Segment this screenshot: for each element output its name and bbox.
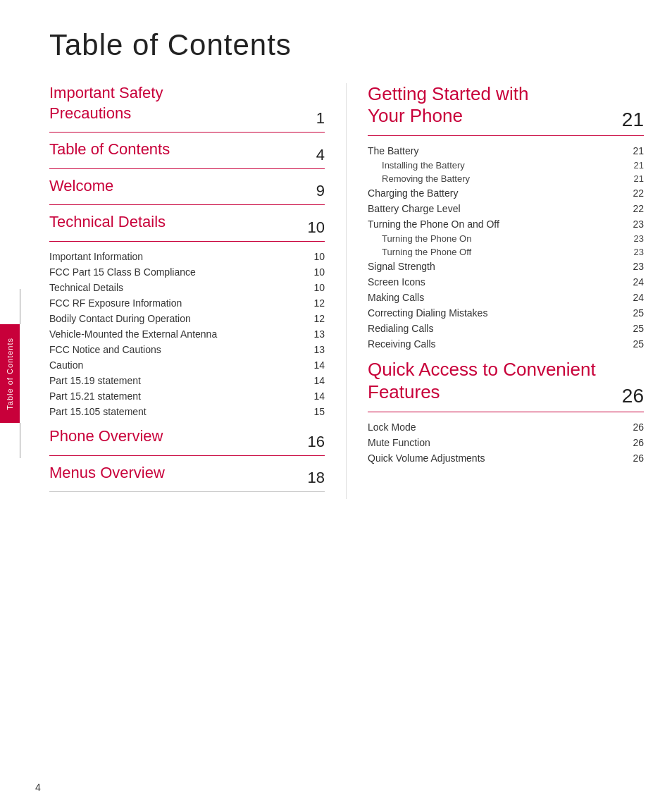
list-item: FCC Part 15 Class B Compliance 10 <box>49 264 325 280</box>
list-item: Lock Mode 26 <box>368 419 644 435</box>
section-title-quick-access: Quick Access to ConvenientFeatures <box>368 359 596 402</box>
section-technical-details: Technical Details 10 Important Informati… <box>49 212 325 419</box>
sidebar-line-bottom <box>20 423 20 458</box>
page-title: Table of Contents <box>49 28 644 62</box>
section-toc: Table of Contents 4 <box>49 140 325 169</box>
section-number-important-safety: 1 <box>316 109 325 128</box>
section-phone-overview: Phone Overview 16 <box>49 426 325 456</box>
section-number-menus-overview: 18 <box>308 469 325 487</box>
section-title-phone-overview: Phone Overview <box>49 426 163 447</box>
section-title-important-safety: Important SafetyPrecautions <box>49 83 163 123</box>
list-item: The Battery 21 <box>368 143 644 159</box>
section-number-toc: 4 <box>316 146 325 164</box>
sidebar-label: Table of Contents <box>6 338 14 410</box>
list-item: Screen Icons 24 <box>368 274 644 290</box>
section-row-getting-started: Getting Started withYour Phone 21 <box>368 83 644 136</box>
page: Table of Contents Table of Contents Impo… <box>0 0 672 807</box>
section-number-welcome: 9 <box>316 182 325 200</box>
list-item: FCC RF Exposure Information 12 <box>49 295 325 311</box>
section-important-safety: Important SafetyPrecautions 1 <box>49 83 325 133</box>
list-item: Turning the Phone Off 23 <box>368 245 644 259</box>
section-title-menus-overview: Menus Overview <box>49 463 165 483</box>
list-item: Redialing Calls 25 <box>368 321 644 336</box>
section-title-getting-started: Getting Started withYour Phone <box>368 83 528 127</box>
list-item: Caution 14 <box>49 357 325 373</box>
section-quick-access: Quick Access to ConvenientFeatures 26 Lo… <box>368 359 644 465</box>
left-column: Important SafetyPrecautions 1 Table of C… <box>49 83 347 499</box>
list-item: Removing the Battery 21 <box>368 172 644 185</box>
list-item: Installing the Battery 21 <box>368 159 644 172</box>
list-item: Correcting Dialing Mistakes 25 <box>368 305 644 321</box>
list-item: Part 15.19 statement 14 <box>49 373 325 388</box>
section-row-menus-overview: Menus Overview 18 <box>49 463 325 493</box>
section-row-quick-access: Quick Access to ConvenientFeatures 26 <box>368 359 644 412</box>
section-title-welcome: Welcome <box>49 176 113 197</box>
section-number-technical-details: 10 <box>308 218 325 237</box>
columns: Important SafetyPrecautions 1 Table of C… <box>49 83 644 499</box>
sidebar-tab: Table of Contents <box>0 324 20 423</box>
list-item: Part 15.21 statement 14 <box>49 388 325 404</box>
list-item: Important Information 10 <box>49 249 325 264</box>
list-item: Receiving Calls 25 <box>368 336 644 352</box>
list-item: Turning the Phone On and Off 23 <box>368 216 644 232</box>
list-item: Mute Function 26 <box>368 435 644 450</box>
section-row-phone-overview: Phone Overview 16 <box>49 426 325 456</box>
section-number-getting-started: 21 <box>622 109 644 131</box>
list-item: Part 15.105 statement 15 <box>49 404 325 419</box>
section-number-phone-overview: 16 <box>308 433 325 451</box>
section-row-welcome: Welcome 9 <box>49 176 325 206</box>
list-item: Signal Strength 23 <box>368 259 644 274</box>
sidebar-line-top <box>20 289 20 324</box>
list-item: Quick Volume Adjustments 26 <box>368 450 644 466</box>
section-getting-started: Getting Started withYour Phone 21 The Ba… <box>368 83 644 352</box>
section-menus-overview: Menus Overview 18 <box>49 463 325 493</box>
content-area: Table of Contents Important SafetyPrecau… <box>35 0 672 527</box>
list-item: Vehicle-Mounted the External Antenna 13 <box>49 326 325 342</box>
list-item: Battery Charge Level 22 <box>368 201 644 216</box>
list-item: Charging the Battery 22 <box>368 185 644 201</box>
section-row-technical-details: Technical Details 10 <box>49 212 325 242</box>
section-number-quick-access: 26 <box>622 385 644 407</box>
list-item: Technical Details 10 <box>49 280 325 295</box>
section-row-toc: Table of Contents 4 <box>49 140 325 169</box>
section-welcome: Welcome 9 <box>49 176 325 206</box>
page-number: 4 <box>35 782 41 793</box>
list-item: Bodily Contact During Operation 12 <box>49 311 325 326</box>
list-item: FCC Notice and Cautions 13 <box>49 342 325 357</box>
section-title-toc: Table of Contents <box>49 140 170 160</box>
section-row-important-safety: Important SafetyPrecautions 1 <box>49 83 325 133</box>
right-column: Getting Started withYour Phone 21 The Ba… <box>347 83 644 499</box>
section-title-technical-details: Technical Details <box>49 212 166 233</box>
list-item: Making Calls 24 <box>368 290 644 305</box>
list-item: Turning the Phone On 23 <box>368 232 644 245</box>
